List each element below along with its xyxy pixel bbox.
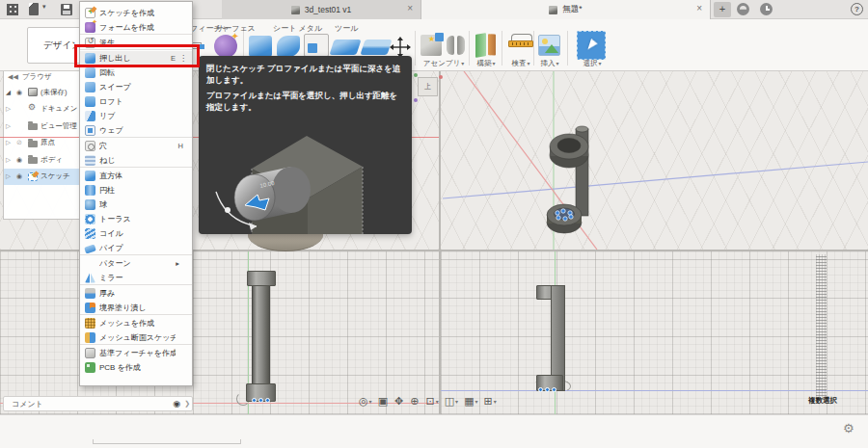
selection-point[interactable]	[258, 398, 263, 403]
nav-button-fit[interactable]: ⊡ ▾	[425, 395, 438, 408]
viewport-bottom-right[interactable]	[441, 251, 868, 414]
menu-item-torus[interactable]: トーラス	[80, 212, 192, 226]
viewcube[interactable]: 上	[414, 73, 443, 102]
construct-icon[interactable]	[475, 33, 486, 58]
menu-item-sphere[interactable]: 球	[80, 198, 192, 212]
timeline-feature-box-dark[interactable]	[214, 423, 226, 435]
new-tab-button[interactable]: +	[714, 2, 731, 17]
timeline-feature-sketch[interactable]	[199, 423, 210, 435]
model-shaft[interactable]	[252, 286, 270, 384]
menu-item-sweep[interactable]: スイープ	[80, 80, 192, 94]
group-label-select[interactable]: 選択▾	[571, 59, 613, 68]
timeline-feature-move[interactable]	[168, 423, 179, 435]
document-tab-1[interactable]: 3d_test01 v1 ×	[222, 0, 421, 19]
menu-item-mesh[interactable]: メッシュを作成	[80, 316, 192, 330]
3d-rod-model[interactable]	[441, 71, 868, 250]
menu-item-thread[interactable]: ねじ	[80, 153, 192, 168]
visibility-eye-icon[interactable]: ⊘	[16, 139, 25, 146]
joint-icon[interactable]	[447, 36, 454, 55]
new-component-icon[interactable]	[420, 35, 442, 56]
viewport-divider-vertical[interactable]	[439, 71, 441, 414]
viewport-bottom-left[interactable]	[0, 251, 439, 414]
job-status-icon[interactable]	[760, 3, 773, 15]
expand-arrow-icon[interactable]: ▷	[6, 105, 14, 113]
timeline-feature-dome[interactable]	[183, 423, 195, 435]
selection-point[interactable]	[538, 387, 543, 392]
menu-item-loft[interactable]: ロフト	[80, 94, 192, 109]
expand-arrow-icon[interactable]: ▷	[6, 139, 14, 146]
nav-button-grid[interactable]: ▦ ▾	[464, 395, 477, 408]
menu-item-pipe[interactable]: パイプ	[80, 241, 192, 255]
group-label-assembly[interactable]: アセンブリ▾	[417, 59, 471, 68]
selection-point[interactable]	[252, 398, 257, 403]
close-tab-icon[interactable]: ×	[407, 3, 413, 14]
move-tool-icon[interactable]	[390, 37, 411, 58]
menu-item-hole[interactable]: 穴 H	[80, 139, 192, 153]
timeline-feature-move[interactable]	[137, 423, 149, 435]
menu-item-web[interactable]: ウェブ	[80, 123, 192, 138]
visibility-eye-icon[interactable]: ◉	[16, 89, 25, 96]
measure-icon[interactable]	[508, 40, 533, 47]
timeline-feature-pipe[interactable]	[122, 423, 133, 435]
nav-button-look-at[interactable]: ▣	[378, 395, 389, 408]
menu-item-cylinder[interactable]: 円柱	[80, 183, 192, 198]
menu-item-mirror[interactable]: ミラー	[80, 271, 192, 285]
file-menu-icon[interactable]	[29, 3, 39, 15]
menu-item-base-feature[interactable]: 基準フィーチャを作成	[80, 346, 192, 360]
nav-button-display[interactable]: ◫ ▾	[445, 395, 458, 408]
collapse-panel-icon[interactable]: ◀◀	[8, 73, 18, 81]
close-tab-icon[interactable]: ×	[696, 3, 702, 14]
menu-item-thicken[interactable]: 厚み	[80, 286, 192, 301]
menu-item-box[interactable]: 直方体	[80, 169, 192, 183]
timeline-feature-sketch[interactable]	[230, 423, 241, 435]
group-label-insert[interactable]: 挿入▾	[529, 59, 571, 68]
timeline-feature-pattern-dots[interactable]	[152, 423, 164, 435]
file-menu-caret-icon[interactable]: ▾	[42, 3, 46, 11]
menu-item-rib[interactable]: リブ	[80, 109, 192, 123]
comment-bar[interactable]: コメント ◉ ❯	[3, 396, 193, 411]
app-grid-icon[interactable]	[7, 4, 18, 15]
menu-item-boundary-fill[interactable]: 境界塗り潰し	[80, 301, 192, 315]
box-tool-icon[interactable]	[304, 34, 329, 57]
save-icon[interactable]	[61, 4, 72, 15]
extensions-icon[interactable]	[737, 3, 749, 15]
selection-point[interactable]	[552, 387, 556, 392]
insert-icon[interactable]	[538, 35, 560, 56]
expand-arrow-icon[interactable]: ◢	[6, 89, 14, 96]
expand-arrow-icon[interactable]: ▷	[6, 122, 14, 130]
ribbon-tab-tools[interactable]: ツール	[335, 23, 358, 34]
visibility-eye-icon[interactable]: ◉	[16, 172, 25, 180]
revolve-tool-icon[interactable]	[277, 36, 300, 57]
selection-point[interactable]	[265, 398, 270, 403]
viewcube-top-face[interactable]: 上	[418, 77, 438, 96]
thicken-tool-icon[interactable]	[360, 40, 392, 55]
comment-marker-icon[interactable]: ◉	[173, 399, 180, 408]
ribbon-tab-sheetmetal[interactable]: シート メタル	[273, 23, 322, 34]
visibility-eye-icon[interactable]: ◉	[16, 156, 25, 164]
create-form-icon[interactable]	[214, 35, 237, 58]
select-tool-icon[interactable]	[577, 31, 606, 60]
timeline-feature-marker[interactable]	[245, 423, 257, 435]
timeline-feature-box[interactable]	[91, 423, 102, 435]
menu-item-coil[interactable]: コイル	[80, 226, 192, 241]
menu-item-form[interactable]: フォームを作成	[80, 20, 192, 35]
menu-item-revolve[interactable]: 回転	[80, 66, 192, 80]
sweep-tool-icon[interactable]	[329, 40, 361, 55]
nav-button-orbit[interactable]: ◎ ▾	[359, 395, 372, 408]
help-icon[interactable]: ?	[851, 3, 863, 15]
menu-item-pcb[interactable]: PCB を作成	[80, 360, 192, 375]
selection-point[interactable]	[545, 387, 550, 392]
document-tab-2[interactable]: 無題* ×	[421, 0, 711, 19]
nav-button-pan[interactable]: ✥	[394, 395, 404, 408]
menu-item-pattern[interactable]: パターン ▸	[80, 256, 192, 271]
model-top-cap[interactable]	[247, 271, 276, 286]
nav-button-viewports[interactable]: ⊞ ▾	[484, 395, 497, 408]
expand-arrow-icon[interactable]: ▷	[6, 172, 14, 180]
timeline-feature-sketch[interactable]	[106, 423, 118, 435]
nav-button-zoom[interactable]: ⊕	[410, 395, 420, 408]
menu-item-mesh-section[interactable]: メッシュ断面スケッチを作成	[80, 330, 192, 345]
expand-arrow-icon[interactable]: ▷	[6, 156, 14, 164]
extrude-tool-icon[interactable]	[249, 36, 272, 57]
chevron-right-icon[interactable]: ❯	[184, 400, 190, 408]
gear-icon[interactable]: ⚙	[843, 421, 854, 435]
